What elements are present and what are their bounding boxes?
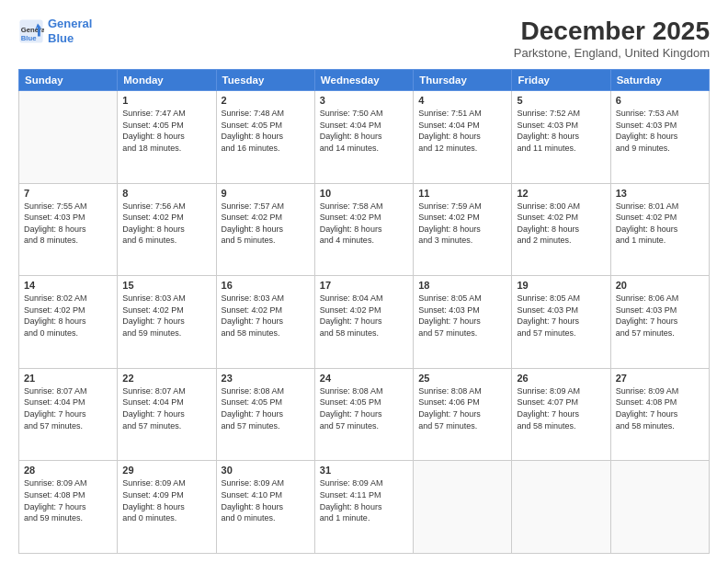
- table-row: 3Sunrise: 7:50 AMSunset: 4:04 PMDaylight…: [314, 91, 413, 184]
- table-row: 6Sunrise: 7:53 AMSunset: 4:03 PMDaylight…: [610, 91, 709, 184]
- day-info: Sunrise: 8:03 AMSunset: 4:02 PMDaylight:…: [122, 293, 210, 339]
- calendar-week-row: 7Sunrise: 7:55 AMSunset: 4:03 PMDaylight…: [19, 183, 710, 276]
- day-info: Sunrise: 8:09 AMSunset: 4:10 PMDaylight:…: [222, 477, 310, 523]
- calendar-week-row: 21Sunrise: 8:07 AMSunset: 4:04 PMDayligh…: [19, 368, 710, 461]
- day-info: Sunrise: 7:53 AMSunset: 4:03 PMDaylight:…: [616, 108, 704, 154]
- table-row: [610, 461, 709, 554]
- logo-text: General Blue: [48, 17, 92, 45]
- day-info: Sunrise: 7:52 AMSunset: 4:03 PMDaylight:…: [517, 108, 605, 154]
- day-number: 19: [517, 280, 605, 291]
- day-number: 11: [418, 188, 506, 199]
- table-row: 19Sunrise: 8:05 AMSunset: 4:03 PMDayligh…: [512, 276, 610, 369]
- day-info: Sunrise: 8:09 AMSunset: 4:09 PMDaylight:…: [122, 477, 210, 523]
- month-title: December 2025: [514, 17, 710, 46]
- table-row: 31Sunrise: 8:09 AMSunset: 4:11 PMDayligh…: [314, 461, 413, 554]
- calendar: Sunday Monday Tuesday Wednesday Thursday…: [18, 69, 710, 554]
- day-number: 12: [517, 188, 605, 199]
- day-info: Sunrise: 7:58 AMSunset: 4:02 PMDaylight:…: [320, 201, 408, 247]
- day-number: 30: [222, 465, 310, 476]
- calendar-week-row: 28Sunrise: 8:09 AMSunset: 4:08 PMDayligh…: [19, 461, 710, 554]
- day-number: 20: [616, 280, 704, 291]
- table-row: [19, 91, 118, 184]
- day-number: 16: [222, 280, 310, 291]
- day-info: Sunrise: 8:09 AMSunset: 4:07 PMDaylight:…: [517, 385, 605, 431]
- table-row: 13Sunrise: 8:01 AMSunset: 4:02 PMDayligh…: [610, 183, 709, 276]
- day-number: 25: [418, 373, 506, 384]
- table-row: 26Sunrise: 8:09 AMSunset: 4:07 PMDayligh…: [512, 368, 610, 461]
- table-row: 23Sunrise: 8:08 AMSunset: 4:05 PMDayligh…: [216, 368, 314, 461]
- day-number: 2: [222, 95, 310, 106]
- calendar-week-row: 14Sunrise: 8:02 AMSunset: 4:02 PMDayligh…: [19, 276, 710, 369]
- day-info: Sunrise: 8:05 AMSunset: 4:03 PMDaylight:…: [517, 293, 605, 339]
- table-row: 10Sunrise: 7:58 AMSunset: 4:02 PMDayligh…: [314, 183, 413, 276]
- day-number: 3: [320, 95, 408, 106]
- table-row: 2Sunrise: 7:48 AMSunset: 4:05 PMDaylight…: [216, 91, 314, 184]
- col-monday: Monday: [118, 70, 216, 91]
- table-row: 17Sunrise: 8:04 AMSunset: 4:02 PMDayligh…: [314, 276, 413, 369]
- table-row: 18Sunrise: 8:05 AMSunset: 4:03 PMDayligh…: [414, 276, 512, 369]
- day-info: Sunrise: 7:48 AMSunset: 4:05 PMDaylight:…: [222, 108, 310, 154]
- table-row: 8Sunrise: 7:56 AMSunset: 4:02 PMDaylight…: [118, 183, 216, 276]
- day-number: 29: [122, 465, 210, 476]
- day-number: 27: [616, 373, 704, 384]
- day-number: 7: [24, 188, 112, 199]
- day-info: Sunrise: 8:00 AMSunset: 4:02 PMDaylight:…: [517, 201, 605, 247]
- table-row: 16Sunrise: 8:03 AMSunset: 4:02 PMDayligh…: [216, 276, 314, 369]
- table-row: 1Sunrise: 7:47 AMSunset: 4:05 PMDaylight…: [118, 91, 216, 184]
- day-info: Sunrise: 7:51 AMSunset: 4:04 PMDaylight:…: [418, 108, 506, 154]
- calendar-header-row: Sunday Monday Tuesday Wednesday Thursday…: [19, 70, 710, 91]
- table-row: 7Sunrise: 7:55 AMSunset: 4:03 PMDaylight…: [19, 183, 118, 276]
- col-wednesday: Wednesday: [314, 70, 413, 91]
- day-info: Sunrise: 8:09 AMSunset: 4:08 PMDaylight:…: [24, 477, 112, 523]
- table-row: 25Sunrise: 8:08 AMSunset: 4:06 PMDayligh…: [414, 368, 512, 461]
- table-row: [414, 461, 512, 554]
- table-row: 28Sunrise: 8:09 AMSunset: 4:08 PMDayligh…: [19, 461, 118, 554]
- col-friday: Friday: [512, 70, 610, 91]
- col-saturday: Saturday: [610, 70, 709, 91]
- day-number: 18: [418, 280, 506, 291]
- table-row: 15Sunrise: 8:03 AMSunset: 4:02 PMDayligh…: [118, 276, 216, 369]
- day-info: Sunrise: 7:57 AMSunset: 4:02 PMDaylight:…: [222, 201, 310, 247]
- svg-text:Blue: Blue: [21, 33, 37, 41]
- day-info: Sunrise: 7:50 AMSunset: 4:04 PMDaylight:…: [320, 108, 408, 154]
- title-block: December 2025 Parkstone, England, United…: [514, 17, 710, 60]
- day-number: 23: [222, 373, 310, 384]
- day-info: Sunrise: 8:07 AMSunset: 4:04 PMDaylight:…: [122, 385, 210, 431]
- day-number: 22: [122, 373, 210, 384]
- table-row: 12Sunrise: 8:00 AMSunset: 4:02 PMDayligh…: [512, 183, 610, 276]
- logo: General Blue General Blue: [18, 17, 92, 45]
- day-number: 10: [320, 188, 408, 199]
- col-thursday: Thursday: [414, 70, 512, 91]
- table-row: 4Sunrise: 7:51 AMSunset: 4:04 PMDaylight…: [414, 91, 512, 184]
- table-row: [512, 461, 610, 554]
- day-number: 26: [517, 373, 605, 384]
- calendar-week-row: 1Sunrise: 7:47 AMSunset: 4:05 PMDaylight…: [19, 91, 710, 184]
- day-info: Sunrise: 8:08 AMSunset: 4:05 PMDaylight:…: [320, 385, 408, 431]
- day-number: 28: [24, 465, 112, 476]
- table-row: 27Sunrise: 8:09 AMSunset: 4:08 PMDayligh…: [610, 368, 709, 461]
- day-info: Sunrise: 8:07 AMSunset: 4:04 PMDaylight:…: [24, 385, 112, 431]
- subtitle: Parkstone, England, United Kingdom: [514, 46, 710, 60]
- day-info: Sunrise: 7:59 AMSunset: 4:02 PMDaylight:…: [418, 201, 506, 247]
- day-number: 15: [122, 280, 210, 291]
- day-info: Sunrise: 8:05 AMSunset: 4:03 PMDaylight:…: [418, 293, 506, 339]
- general-blue-icon: General Blue: [18, 18, 44, 44]
- day-number: 8: [122, 188, 210, 199]
- day-number: 13: [616, 188, 704, 199]
- col-sunday: Sunday: [19, 70, 118, 91]
- day-number: 4: [418, 95, 506, 106]
- day-number: 21: [24, 373, 112, 384]
- table-row: 30Sunrise: 8:09 AMSunset: 4:10 PMDayligh…: [216, 461, 314, 554]
- header: General Blue General Blue December 2025 …: [18, 17, 710, 60]
- day-info: Sunrise: 7:47 AMSunset: 4:05 PMDaylight:…: [122, 108, 210, 154]
- day-number: 9: [222, 188, 310, 199]
- day-info: Sunrise: 8:08 AMSunset: 4:06 PMDaylight:…: [418, 385, 506, 431]
- day-info: Sunrise: 8:09 AMSunset: 4:11 PMDaylight:…: [320, 477, 408, 523]
- day-number: 31: [320, 465, 408, 476]
- table-row: 9Sunrise: 7:57 AMSunset: 4:02 PMDaylight…: [216, 183, 314, 276]
- day-info: Sunrise: 7:55 AMSunset: 4:03 PMDaylight:…: [24, 201, 112, 247]
- day-info: Sunrise: 8:02 AMSunset: 4:02 PMDaylight:…: [24, 293, 112, 339]
- table-row: 14Sunrise: 8:02 AMSunset: 4:02 PMDayligh…: [19, 276, 118, 369]
- day-info: Sunrise: 8:01 AMSunset: 4:02 PMDaylight:…: [616, 201, 704, 247]
- table-row: 21Sunrise: 8:07 AMSunset: 4:04 PMDayligh…: [19, 368, 118, 461]
